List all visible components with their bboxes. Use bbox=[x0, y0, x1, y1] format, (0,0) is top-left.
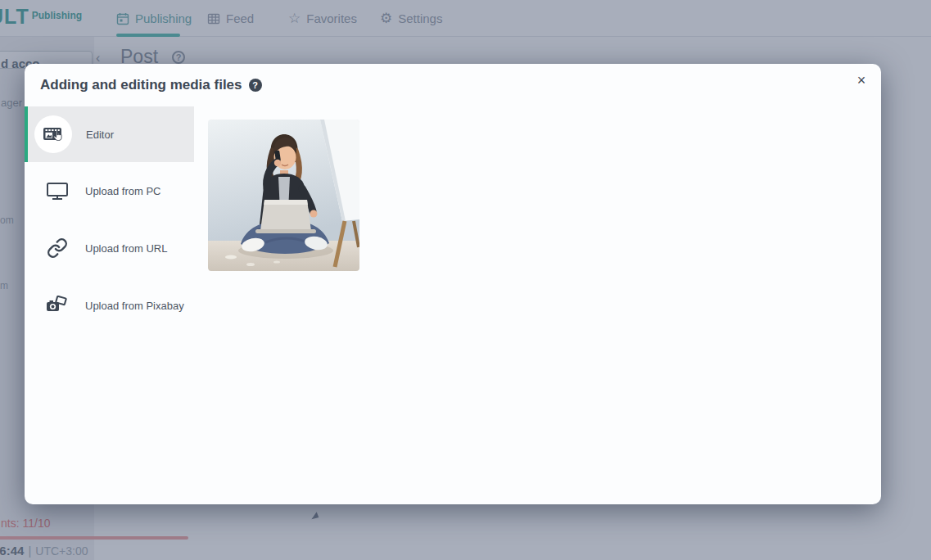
screen: ULTPublishing Publishing bbox=[0, 0, 931, 560]
sidebar-item-label: Upload from Pixabay bbox=[85, 300, 184, 312]
sidebar-item-upload-pc[interactable]: Upload from PC bbox=[25, 162, 194, 219]
modal-title: Adding and editing media files bbox=[40, 77, 242, 93]
photo-thumbnail[interactable] bbox=[208, 120, 359, 271]
sidebar-item-label: Editor bbox=[86, 129, 114, 141]
sidebar-item-upload-url[interactable]: Upload from URL bbox=[25, 219, 194, 277]
media-files-modal: Adding and editing media files ? × bbox=[25, 64, 881, 504]
image-editor-icon bbox=[34, 115, 72, 153]
sidebar-item-label: Upload from PC bbox=[85, 185, 160, 197]
modal-sidebar: Editor Upload from PC bbox=[25, 106, 194, 334]
camera-icon bbox=[43, 291, 71, 319]
modal-help-icon[interactable]: ? bbox=[249, 79, 262, 92]
media-area bbox=[194, 106, 359, 271]
link-icon bbox=[43, 234, 71, 262]
modal-header: Adding and editing media files ? × bbox=[25, 64, 881, 106]
sidebar-item-upload-pixabay[interactable]: Upload from Pixabay bbox=[25, 277, 194, 334]
sidebar-item-editor[interactable]: Editor bbox=[25, 106, 194, 162]
close-icon[interactable]: × bbox=[852, 70, 871, 90]
sidebar-item-label: Upload from URL bbox=[85, 242, 167, 255]
modal-body: Editor Upload from PC bbox=[25, 106, 881, 334]
monitor-icon bbox=[43, 177, 71, 205]
